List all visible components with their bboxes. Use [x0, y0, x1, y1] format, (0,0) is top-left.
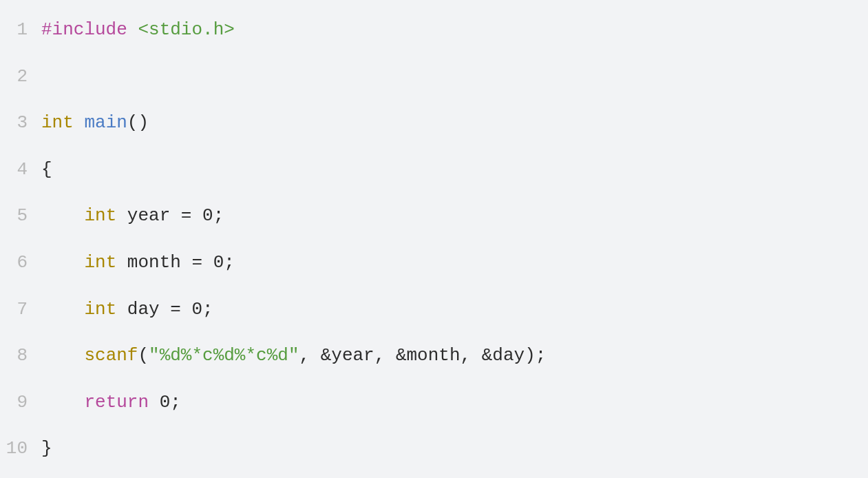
- brace-token: {: [41, 159, 52, 180]
- keyword-token: int: [84, 205, 116, 226]
- line-number: 9: [0, 380, 41, 426]
- code-content: int month = 0;: [41, 240, 235, 287]
- keyword-token: int: [84, 252, 116, 273]
- indent-token: [41, 252, 84, 273]
- code-line-6: 6 int month = 0;: [0, 240, 868, 287]
- code-content: {: [41, 147, 52, 194]
- preprocessor-token: #include: [41, 19, 127, 40]
- indent-token: [41, 392, 84, 413]
- keyword-token: int: [84, 299, 116, 320]
- space-token: [74, 112, 85, 133]
- code-line-4: 4 {: [0, 147, 868, 194]
- keyword-token: int: [41, 112, 74, 133]
- string-token: "%d%*c%d%*c%d": [149, 345, 299, 366]
- identifier-token: , &year, &month, &day);: [299, 345, 546, 366]
- code-content: int year = 0;: [41, 193, 224, 240]
- indent-token: [41, 345, 84, 366]
- function-name-token: main: [84, 112, 127, 133]
- identifier-token: day = 0;: [116, 299, 213, 320]
- code-line-10: 10 }: [0, 426, 868, 472]
- code-content: return 0;: [41, 380, 181, 426]
- punctuation-token: (: [138, 345, 149, 366]
- code-content: #include <stdio.h>: [41, 7, 235, 54]
- code-line-8: 8 scanf("%d%*c%d%*c%d", &year, &month, &…: [0, 333, 868, 380]
- space-token: [127, 19, 138, 40]
- function-call-token: scanf: [84, 345, 138, 366]
- code-line-9: 9 return 0;: [0, 380, 868, 426]
- punctuation-token: (): [127, 112, 149, 133]
- line-number: 6: [0, 240, 41, 287]
- identifier-token: year = 0;: [116, 205, 224, 226]
- include-path-token: <stdio.h>: [138, 19, 234, 40]
- line-number: 5: [0, 193, 41, 240]
- code-line-7: 7 int day = 0;: [0, 287, 868, 333]
- code-line-1: 1 #include <stdio.h>: [0, 7, 868, 54]
- line-number: 1: [0, 7, 41, 54]
- code-content: int day = 0;: [41, 287, 213, 333]
- line-number: 2: [0, 54, 41, 101]
- line-number: 8: [0, 333, 41, 380]
- code-line-3: 3 int main(): [0, 100, 868, 147]
- line-number: 3: [0, 100, 41, 147]
- code-block: 1 #include <stdio.h> 2 3 int main() 4 { …: [0, 7, 868, 472]
- line-number: 10: [0, 426, 41, 472]
- code-content: int main(): [41, 100, 149, 147]
- code-content: scanf("%d%*c%d%*c%d", &year, &month, &da…: [41, 333, 546, 380]
- code-line-5: 5 int year = 0;: [0, 193, 868, 240]
- line-number: 7: [0, 287, 41, 333]
- code-content: }: [41, 426, 52, 472]
- identifier-token: month = 0;: [116, 252, 235, 273]
- indent-token: [41, 205, 84, 226]
- indent-token: [41, 299, 84, 320]
- code-line-2: 2: [0, 54, 868, 101]
- brace-token: }: [41, 438, 52, 459]
- identifier-token: 0;: [149, 392, 181, 413]
- return-keyword-token: return: [84, 392, 149, 413]
- line-number: 4: [0, 147, 41, 194]
